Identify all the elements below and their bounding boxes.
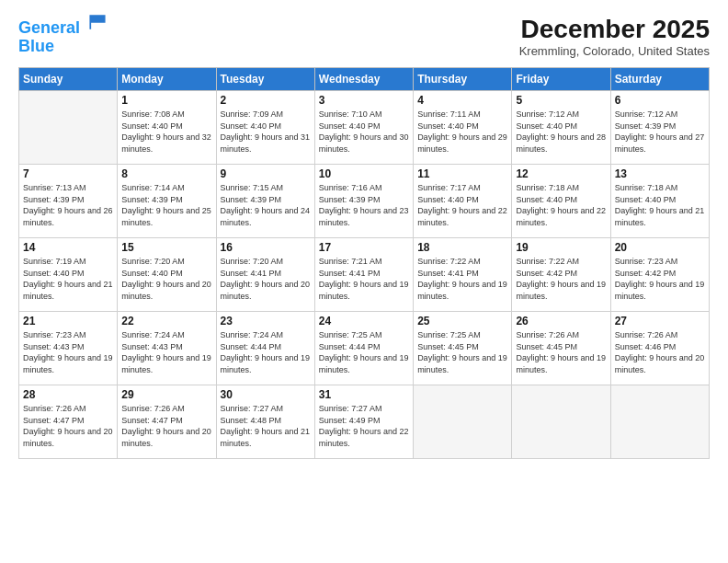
logo-blue: Blue bbox=[18, 38, 108, 56]
calendar-cell: 5Sunrise: 7:12 AMSunset: 4:40 PMDaylight… bbox=[512, 91, 610, 165]
calendar-cell bbox=[610, 385, 709, 459]
day-info: Sunrise: 7:09 AMSunset: 4:40 PMDaylight:… bbox=[221, 109, 311, 155]
day-number: 18 bbox=[417, 241, 507, 254]
day-info: Sunrise: 7:13 AMSunset: 4:39 PMDaylight:… bbox=[23, 182, 113, 228]
day-info: Sunrise: 7:12 AMSunset: 4:39 PMDaylight:… bbox=[615, 109, 705, 155]
calendar-cell: 27Sunrise: 7:26 AMSunset: 4:46 PMDayligh… bbox=[610, 312, 709, 385]
day-info: Sunrise: 7:24 AMSunset: 4:43 PMDaylight:… bbox=[121, 329, 211, 375]
day-info: Sunrise: 7:26 AMSunset: 4:45 PMDaylight:… bbox=[516, 329, 606, 375]
calendar-cell: 30Sunrise: 7:27 AMSunset: 4:48 PMDayligh… bbox=[216, 385, 314, 459]
weekday-header: Friday bbox=[512, 68, 610, 91]
day-number: 6 bbox=[615, 94, 705, 107]
weekday-header: Saturday bbox=[610, 68, 709, 91]
day-info: Sunrise: 7:15 AMSunset: 4:39 PMDaylight:… bbox=[221, 182, 311, 228]
day-info: Sunrise: 7:22 AMSunset: 4:42 PMDaylight:… bbox=[516, 256, 606, 302]
calendar-cell: 29Sunrise: 7:26 AMSunset: 4:47 PMDayligh… bbox=[118, 385, 216, 459]
day-info: Sunrise: 7:21 AMSunset: 4:41 PMDaylight:… bbox=[319, 256, 409, 302]
day-number: 22 bbox=[121, 315, 211, 327]
day-info: Sunrise: 7:26 AMSunset: 4:47 PMDaylight:… bbox=[121, 403, 211, 449]
calendar-cell: 26Sunrise: 7:26 AMSunset: 4:45 PMDayligh… bbox=[512, 312, 610, 385]
header: General Blue December 2025 Kremmling, Co… bbox=[18, 15, 710, 58]
month-title: December 2025 bbox=[519, 15, 710, 44]
day-number: 11 bbox=[417, 167, 507, 180]
day-info: Sunrise: 7:18 AMSunset: 4:40 PMDaylight:… bbox=[516, 182, 606, 228]
day-info: Sunrise: 7:20 AMSunset: 4:41 PMDaylight:… bbox=[221, 256, 311, 302]
day-number: 30 bbox=[221, 388, 311, 401]
svg-marker-0 bbox=[89, 15, 105, 29]
calendar-header-row: SundayMondayTuesdayWednesdayThursdayFrid… bbox=[19, 68, 710, 91]
calendar-cell: 6Sunrise: 7:12 AMSunset: 4:39 PMDaylight… bbox=[610, 91, 709, 165]
day-info: Sunrise: 7:27 AMSunset: 4:48 PMDaylight:… bbox=[221, 403, 311, 449]
day-number: 26 bbox=[516, 315, 606, 327]
calendar-cell: 8Sunrise: 7:14 AMSunset: 4:39 PMDaylight… bbox=[118, 165, 216, 238]
day-number: 31 bbox=[319, 388, 409, 401]
day-number: 5 bbox=[516, 94, 606, 107]
day-info: Sunrise: 7:23 AMSunset: 4:43 PMDaylight:… bbox=[23, 329, 113, 375]
calendar-cell: 14Sunrise: 7:19 AMSunset: 4:40 PMDayligh… bbox=[19, 238, 118, 312]
day-info: Sunrise: 7:08 AMSunset: 4:40 PMDaylight:… bbox=[121, 109, 211, 155]
calendar-cell: 10Sunrise: 7:16 AMSunset: 4:39 PMDayligh… bbox=[314, 165, 413, 238]
calendar-cell: 21Sunrise: 7:23 AMSunset: 4:43 PMDayligh… bbox=[19, 312, 118, 385]
day-info: Sunrise: 7:20 AMSunset: 4:40 PMDaylight:… bbox=[121, 256, 211, 302]
calendar-cell: 31Sunrise: 7:27 AMSunset: 4:49 PMDayligh… bbox=[314, 385, 413, 459]
weekday-header: Tuesday bbox=[216, 68, 314, 91]
weekday-header: Sunday bbox=[19, 68, 118, 91]
day-info: Sunrise: 7:11 AMSunset: 4:40 PMDaylight:… bbox=[417, 109, 507, 155]
calendar-cell: 3Sunrise: 7:10 AMSunset: 4:40 PMDaylight… bbox=[314, 91, 413, 165]
calendar-cell: 4Sunrise: 7:11 AMSunset: 4:40 PMDaylight… bbox=[414, 91, 512, 165]
weekday-header: Thursday bbox=[414, 68, 512, 91]
calendar-cell: 7Sunrise: 7:13 AMSunset: 4:39 PMDaylight… bbox=[19, 165, 118, 238]
day-info: Sunrise: 7:25 AMSunset: 4:44 PMDaylight:… bbox=[319, 329, 409, 375]
weekday-header: Wednesday bbox=[314, 68, 413, 91]
page: General Blue December 2025 Kremmling, Co… bbox=[0, 0, 728, 563]
day-info: Sunrise: 7:26 AMSunset: 4:46 PMDaylight:… bbox=[615, 329, 705, 375]
calendar-table: SundayMondayTuesdayWednesdayThursdayFrid… bbox=[18, 67, 710, 459]
day-info: Sunrise: 7:18 AMSunset: 4:40 PMDaylight:… bbox=[615, 182, 705, 228]
day-number: 29 bbox=[121, 388, 211, 401]
day-number: 7 bbox=[23, 167, 113, 180]
calendar-cell: 24Sunrise: 7:25 AMSunset: 4:44 PMDayligh… bbox=[314, 312, 413, 385]
day-number: 16 bbox=[221, 241, 311, 254]
day-info: Sunrise: 7:12 AMSunset: 4:40 PMDaylight:… bbox=[516, 109, 606, 155]
day-number: 25 bbox=[417, 315, 507, 327]
location: Kremmling, Colorado, United States bbox=[519, 44, 710, 58]
calendar-cell: 11Sunrise: 7:17 AMSunset: 4:40 PMDayligh… bbox=[414, 165, 512, 238]
calendar-cell: 1Sunrise: 7:08 AMSunset: 4:40 PMDaylight… bbox=[118, 91, 216, 165]
calendar-week-row: 14Sunrise: 7:19 AMSunset: 4:40 PMDayligh… bbox=[19, 238, 710, 312]
day-number: 9 bbox=[221, 167, 311, 180]
day-number: 27 bbox=[615, 315, 705, 327]
calendar-cell: 25Sunrise: 7:25 AMSunset: 4:45 PMDayligh… bbox=[414, 312, 512, 385]
calendar-cell: 16Sunrise: 7:20 AMSunset: 4:41 PMDayligh… bbox=[216, 238, 314, 312]
calendar-cell: 22Sunrise: 7:24 AMSunset: 4:43 PMDayligh… bbox=[118, 312, 216, 385]
day-number: 1 bbox=[121, 94, 211, 107]
calendar-week-row: 1Sunrise: 7:08 AMSunset: 4:40 PMDaylight… bbox=[19, 91, 710, 165]
day-number: 24 bbox=[319, 315, 409, 327]
calendar-cell: 15Sunrise: 7:20 AMSunset: 4:40 PMDayligh… bbox=[118, 238, 216, 312]
calendar-cell: 12Sunrise: 7:18 AMSunset: 4:40 PMDayligh… bbox=[512, 165, 610, 238]
calendar-week-row: 28Sunrise: 7:26 AMSunset: 4:47 PMDayligh… bbox=[19, 385, 710, 459]
day-number: 17 bbox=[319, 241, 409, 254]
day-number: 8 bbox=[121, 167, 211, 180]
day-number: 13 bbox=[615, 167, 705, 180]
day-number: 15 bbox=[121, 241, 211, 254]
day-number: 21 bbox=[23, 315, 113, 327]
logo-text: General bbox=[18, 15, 108, 38]
calendar-cell: 19Sunrise: 7:22 AMSunset: 4:42 PMDayligh… bbox=[512, 238, 610, 312]
day-info: Sunrise: 7:24 AMSunset: 4:44 PMDaylight:… bbox=[221, 329, 311, 375]
calendar-cell bbox=[19, 91, 118, 165]
day-number: 14 bbox=[23, 241, 113, 254]
day-number: 19 bbox=[516, 241, 606, 254]
day-number: 2 bbox=[221, 94, 311, 107]
calendar-week-row: 7Sunrise: 7:13 AMSunset: 4:39 PMDaylight… bbox=[19, 165, 710, 238]
day-number: 4 bbox=[417, 94, 507, 107]
calendar-cell bbox=[512, 385, 610, 459]
calendar-cell: 9Sunrise: 7:15 AMSunset: 4:39 PMDaylight… bbox=[216, 165, 314, 238]
day-number: 10 bbox=[319, 167, 409, 180]
calendar-cell: 17Sunrise: 7:21 AMSunset: 4:41 PMDayligh… bbox=[314, 238, 413, 312]
day-info: Sunrise: 7:22 AMSunset: 4:41 PMDaylight:… bbox=[417, 256, 507, 302]
logo-flag-icon bbox=[86, 13, 108, 31]
day-number: 23 bbox=[221, 315, 311, 327]
calendar-cell bbox=[414, 385, 512, 459]
day-info: Sunrise: 7:27 AMSunset: 4:49 PMDaylight:… bbox=[319, 403, 409, 449]
logo: General Blue bbox=[18, 15, 108, 56]
